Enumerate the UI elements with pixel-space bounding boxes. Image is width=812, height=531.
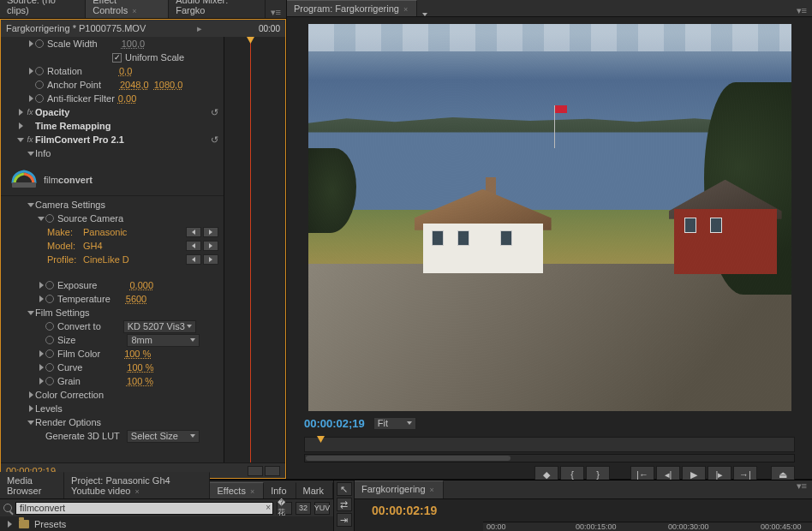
tab-source[interactable]: Source: (no clips) bbox=[0, 0, 86, 18]
filmconvert-icon bbox=[11, 166, 37, 188]
exposure-row[interactable]: Exposure 0,000 bbox=[1, 278, 224, 292]
footer-btn-2[interactable] bbox=[265, 466, 280, 476]
selection-tool[interactable]: ↖ bbox=[337, 482, 352, 496]
chevron-down-icon bbox=[190, 434, 195, 438]
prev-button[interactable] bbox=[186, 241, 201, 251]
checkbox-icon[interactable]: ✓ bbox=[112, 53, 122, 63]
reset-icon[interactable]: ↺ bbox=[211, 134, 218, 146]
program-zoom-bar[interactable] bbox=[304, 454, 795, 462]
reset-icon[interactable]: ↺ bbox=[211, 107, 218, 118]
timeline-tools: ↖ ⇄ ⇥ bbox=[334, 480, 355, 531]
effects-search-input[interactable] bbox=[15, 502, 273, 515]
program-timecode[interactable]: 00:00:02;19 bbox=[304, 417, 365, 430]
tab-program[interactable]: Program: Fargkorrigering× bbox=[287, 0, 417, 16]
close-icon[interactable]: × bbox=[132, 7, 136, 15]
zoom-fit-dropdown[interactable]: Fit bbox=[373, 417, 416, 430]
grain-row[interactable]: Grain 100 % bbox=[1, 374, 224, 388]
tab-project[interactable]: Project: Panasonic Gh4 Youtube video× bbox=[64, 472, 210, 498]
rotation-value[interactable]: 0,0 bbox=[119, 66, 132, 76]
camera-model-row: Model: GH4 bbox=[1, 239, 224, 253]
search-icon bbox=[3, 504, 12, 512]
timeline-toggle-icon[interactable]: ▸ bbox=[197, 23, 202, 34]
sequence-timecode[interactable]: 00:00:02:19 bbox=[372, 504, 437, 517]
film-settings-row[interactable]: Film Settings bbox=[1, 306, 224, 319]
film-size-row[interactable]: Size 8mm bbox=[1, 333, 224, 347]
folder-icon bbox=[19, 520, 29, 528]
tab-sequence[interactable]: Fargkorrigering× bbox=[355, 480, 444, 498]
playhead-icon[interactable] bbox=[250, 37, 251, 462]
tab-markers[interactable]: Mark bbox=[296, 482, 333, 498]
next-button[interactable] bbox=[203, 254, 218, 265]
panel-menu-icon[interactable]: ▾≡ bbox=[791, 480, 812, 498]
film-color-row[interactable]: Film Color 100 % bbox=[1, 347, 224, 361]
program-panel-tabs: Program: Fargkorrigering× ▾≡ bbox=[287, 0, 812, 17]
lut-size-dropdown[interactable]: Select Size bbox=[127, 430, 200, 443]
close-icon[interactable]: × bbox=[403, 5, 408, 14]
accelerated-filter-button[interactable]: �花 bbox=[277, 502, 292, 515]
panel-menu-icon[interactable]: ▾≡ bbox=[266, 7, 286, 18]
camera-settings-row[interactable]: Camera Settings bbox=[1, 198, 224, 212]
header-timecode: 00:00 bbox=[259, 24, 280, 33]
chevron-down-icon bbox=[187, 325, 192, 328]
project-panel-tabs: Media Browser Project: Panasonic Gh4 You… bbox=[0, 480, 333, 499]
clip-title: Fargkorrigering * P1000775.MOV bbox=[6, 23, 146, 33]
fx-icon[interactable]: fx bbox=[25, 108, 35, 116]
source-camera-row[interactable]: Source Camera bbox=[1, 212, 224, 225]
scale-width-row[interactable]: Scale Width 100,0 bbox=[1, 37, 224, 51]
timeline-ruler[interactable]: 00:00 00:00:15:00 00:00:30:00 00:00:45:0… bbox=[483, 522, 812, 531]
fx-icon[interactable]: fx bbox=[25, 135, 35, 144]
close-icon[interactable]: × bbox=[134, 487, 139, 496]
32bit-filter-button[interactable]: 32 bbox=[296, 502, 311, 515]
levels-row[interactable]: Levels bbox=[1, 402, 224, 415]
color-correction-row[interactable]: Color Correction bbox=[1, 388, 224, 402]
tab-effects[interactable]: Effects× bbox=[210, 482, 264, 498]
convert-to-row[interactable]: Convert to KD 5207 Vis3 bbox=[1, 319, 224, 333]
tab-audio-mixer[interactable]: Audio Mixer: Fargko bbox=[169, 0, 265, 18]
filmconvert-effect-row[interactable]: fx FilmConvert Pro 2.1 ↺ bbox=[1, 133, 224, 146]
camera-profile-row: Profile: CineLike D bbox=[1, 253, 224, 266]
chevron-down-icon[interactable] bbox=[422, 13, 427, 16]
antiflicker-row[interactable]: Anti-flicker Filter 0,00 bbox=[1, 92, 224, 105]
close-icon[interactable]: × bbox=[250, 487, 254, 496]
info-row[interactable]: Info bbox=[1, 146, 224, 160]
tab-media-browser[interactable]: Media Browser bbox=[0, 472, 64, 498]
film-stock-dropdown[interactable]: KD 5207 Vis3 bbox=[123, 320, 196, 333]
generate-lut-row[interactable]: Generate 3D LUT Select Size bbox=[1, 429, 224, 443]
render-options-row[interactable]: Render Options bbox=[1, 415, 224, 429]
effect-controls-panel: Fargkorrigering * P1000775.MOV ▸ 00:00 S… bbox=[0, 19, 286, 479]
rotation-row[interactable]: Rotation 0,0 bbox=[1, 64, 224, 78]
curve-row[interactable]: Curve 100 % bbox=[1, 361, 224, 374]
ripple-tool[interactable]: ⇄ bbox=[337, 498, 352, 511]
source-panel-tabs: Source: (no clips) Effect Controls× Audi… bbox=[0, 0, 286, 19]
prev-button[interactable] bbox=[186, 227, 201, 237]
program-monitor-video[interactable] bbox=[308, 24, 791, 411]
tab-info[interactable]: Info bbox=[264, 482, 296, 498]
tab-effect-controls[interactable]: Effect Controls× bbox=[86, 0, 169, 18]
prev-button[interactable] bbox=[186, 254, 201, 265]
clear-search-icon[interactable]: × bbox=[266, 503, 271, 512]
next-button[interactable] bbox=[203, 241, 218, 251]
playhead-icon[interactable] bbox=[317, 436, 325, 443]
snap-tool[interactable]: ⇥ bbox=[337, 513, 352, 527]
filmconvert-logo: filmconvert bbox=[1, 160, 224, 194]
anchor-point-row[interactable]: Anchor Point 2048,0 1080,0 bbox=[1, 78, 224, 92]
close-icon[interactable]: × bbox=[430, 486, 434, 494]
uniform-scale-row[interactable]: ✓ Uniform Scale bbox=[1, 51, 224, 64]
panel-menu-icon[interactable]: ▾≡ bbox=[791, 5, 812, 16]
opacity-effect-row[interactable]: fx Opacity ↺ bbox=[1, 105, 224, 119]
program-scrubber[interactable] bbox=[304, 437, 795, 452]
effects-search-row: × �花 32 YUV bbox=[0, 499, 333, 516]
presets-folder-row[interactable]: Presets bbox=[0, 516, 333, 531]
svg-rect-0 bbox=[12, 182, 36, 188]
camera-make-row: Make: Panasonic bbox=[1, 225, 224, 239]
yuv-filter-button[interactable]: YUV bbox=[314, 502, 330, 515]
chevron-down-icon bbox=[407, 421, 412, 425]
film-size-dropdown[interactable]: 8mm bbox=[127, 334, 200, 347]
footer-btn-1[interactable] bbox=[248, 466, 263, 476]
timeremap-effect-row[interactable]: Time Remapping bbox=[1, 119, 224, 133]
chevron-down-icon bbox=[190, 338, 195, 342]
next-button[interactable] bbox=[203, 227, 218, 237]
temperature-row[interactable]: Temperature 5600 bbox=[1, 292, 224, 306]
keyframe-timeline[interactable] bbox=[224, 37, 285, 462]
